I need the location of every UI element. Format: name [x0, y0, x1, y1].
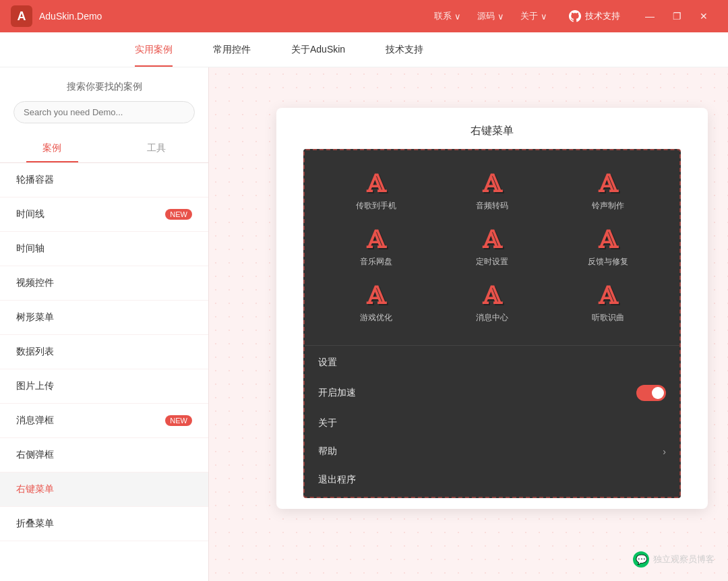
chevron-down-icon: ∨: [497, 11, 504, 22]
search-input[interactable]: [13, 101, 195, 123]
wechat-icon: 💬: [633, 551, 649, 568]
tab-cases[interactable]: 案例: [0, 134, 104, 162]
nav-zhedie[interactable]: 折叠菜单: [0, 507, 208, 541]
icon-tingshu[interactable]: 𝔸 听歌识曲: [550, 276, 666, 332]
badge-new-2: NEW: [165, 415, 192, 426]
nav-yuanma[interactable]: 源码 ∨: [477, 10, 504, 22]
app-title: AduSkin.Demo: [39, 11, 434, 22]
ctx-guanyu[interactable]: 关于: [305, 409, 679, 437]
github-button[interactable]: 技术支持: [569, 10, 620, 22]
nav-shijianxian[interactable]: 时间线 NEW: [0, 197, 208, 232]
nav-shipin[interactable]: 视频控件: [0, 266, 208, 301]
nav-lunbo[interactable]: 轮播容器: [0, 163, 208, 197]
nav-xiaoxitanfu[interactable]: 消息弹框 NEW: [0, 404, 208, 438]
menu-shiyong[interactable]: 实用案例: [135, 33, 173, 67]
close-button[interactable]: ✕: [690, 5, 717, 27]
minimize-button[interactable]: —: [636, 5, 663, 27]
app-logo: A: [11, 5, 32, 27]
tab-tools[interactable]: 工具: [104, 134, 209, 162]
ctx-tuichu[interactable]: 退出程序: [305, 466, 679, 494]
icon-dingshi[interactable]: 𝔸 定时设置: [434, 220, 550, 276]
menu-changyong[interactable]: 常用控件: [213, 33, 251, 67]
icon-lingsheng[interactable]: 𝔸 铃声制作: [550, 164, 666, 220]
github-icon: [569, 10, 581, 22]
icon-grid: 𝔸 传歌到手机 𝔸 音频转码 𝔸 铃声制作 𝔸 音乐网盘: [305, 150, 679, 345]
nav-tupian[interactable]: 图片上传: [0, 369, 208, 404]
main-layout: 搜索你要找的案例 案例 工具 轮播容器 时间线 NEW 时间轴 视频控件 树形菜…: [0, 67, 728, 581]
panel-title: 右键菜单: [276, 108, 708, 149]
icon-yinpin[interactable]: 𝔸 音频转码: [434, 164, 550, 220]
nav-list: 轮播容器 时间线 NEW 时间轴 视频控件 树形菜单 数据列表 图片上传 消: [0, 163, 208, 581]
menu-jishu[interactable]: 技术支持: [386, 33, 423, 67]
chevron-down-icon: ∨: [454, 11, 461, 22]
titlebar: A AduSkin.Demo 联系 ∨ 源码 ∨ 关于 ∨ 技术支持 — ❐ ✕: [0, 0, 728, 32]
sidebar-tabs: 案例 工具: [0, 134, 208, 163]
nav-youjiancaidan[interactable]: 右键菜单: [0, 472, 208, 507]
chevron-right-icon: ›: [663, 446, 666, 457]
demo-panel: 右键菜单 𝔸 传歌到手机 𝔸 音频转码 𝔸 铃声制作: [276, 108, 708, 509]
menu-guanyu[interactable]: 关于AduSkin: [291, 33, 345, 67]
nav-guanyu[interactable]: 关于 ∨: [520, 10, 547, 22]
chevron-down-icon: ∨: [541, 11, 547, 22]
menubar: 实用案例 常用控件 关于AduSkin 技术支持: [0, 32, 728, 67]
icon-chuange[interactable]: 𝔸 传歌到手机: [318, 164, 434, 220]
icon-youxi[interactable]: 𝔸 游戏优化: [318, 276, 434, 332]
nav-shuju[interactable]: 数据列表: [0, 335, 208, 369]
ctx-shezhi[interactable]: 设置: [305, 348, 679, 377]
icon-fankui[interactable]: 𝔸 反馈与修复: [550, 220, 666, 276]
sidebar: 搜索你要找的案例 案例 工具 轮播容器 时间线 NEW 时间轴 视频控件 树形菜…: [0, 67, 209, 581]
badge-new: NEW: [165, 209, 192, 220]
nav-lianxi[interactable]: 联系 ∨: [434, 10, 461, 22]
watermark: 💬 独立观察员博客: [633, 551, 715, 568]
toggle-jiasu[interactable]: [636, 385, 666, 401]
ctx-bangzhu[interactable]: 帮助 ›: [305, 437, 679, 466]
title-nav: 联系 ∨ 源码 ∨ 关于 ∨ 技术支持: [434, 10, 620, 22]
content-area: 右键菜单 𝔸 传歌到手机 𝔸 音频转码 𝔸 铃声制作: [209, 67, 728, 581]
nav-shijianzhou[interactable]: 时间轴: [0, 232, 208, 266]
nav-youcetanfu[interactable]: 右侧弹框: [0, 438, 208, 472]
window-controls: — ❐ ✕: [636, 5, 717, 27]
search-box: [13, 101, 195, 123]
nav-shuxing[interactable]: 树形菜单: [0, 301, 208, 335]
maximize-button[interactable]: ❐: [663, 5, 690, 27]
ctx-jiasu[interactable]: 开启加速: [305, 377, 679, 409]
icon-yinyue[interactable]: 𝔸 音乐网盘: [318, 220, 434, 276]
icon-xiaoxi[interactable]: 𝔸 消息中心: [434, 276, 550, 332]
context-menu-items: 设置 开启加速 关于 帮助 ›: [305, 345, 679, 497]
watermark-text: 独立观察员博客: [653, 553, 715, 565]
search-label: 搜索你要找的案例: [0, 67, 208, 101]
context-menu-demo: 𝔸 传歌到手机 𝔸 音频转码 𝔸 铃声制作 𝔸 音乐网盘: [303, 149, 681, 498]
